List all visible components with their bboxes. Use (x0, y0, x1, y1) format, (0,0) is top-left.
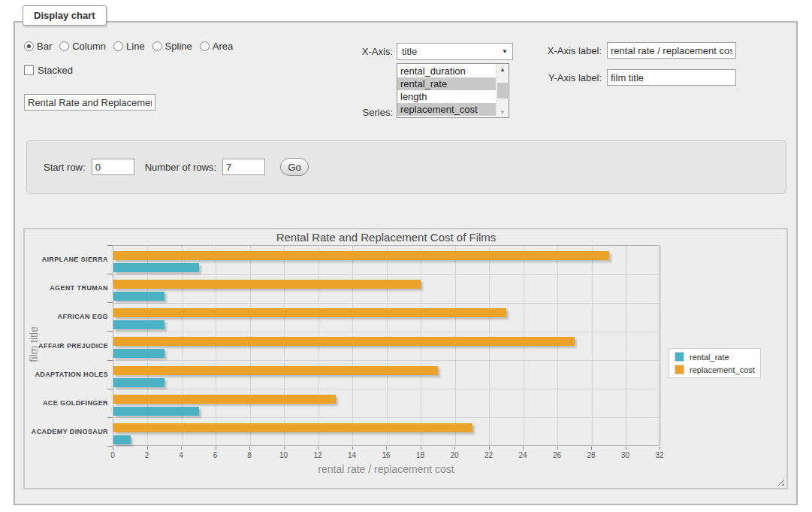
bar-rental_rate (113, 349, 165, 358)
bar-replacement_cost (113, 366, 438, 375)
legend-label: rental_rate (690, 353, 729, 362)
scroll-up-icon[interactable]: ▲ (497, 64, 509, 74)
radio-icon[interactable] (200, 41, 210, 51)
x-axis-caption: X-Axis: (340, 46, 393, 57)
stacked-option[interactable]: Stacked (24, 65, 73, 76)
x-tick-label: 16 (375, 451, 397, 459)
x-tick-mark (454, 447, 455, 450)
chart-type-option-area[interactable]: Area (200, 41, 233, 52)
x-tick-label: 0 (101, 451, 124, 459)
x-tick-label: 6 (204, 451, 227, 459)
number-of-rows-label: Number of rows: (145, 162, 216, 173)
chart-type-option-spline[interactable]: Spline (152, 41, 192, 52)
resize-handle-icon[interactable] (775, 477, 784, 486)
y-axis-label-caption: Y-Axis label: (541, 72, 602, 83)
x-tick-mark (181, 447, 182, 450)
x-tick-mark (352, 447, 353, 450)
x-tick-label: 18 (409, 451, 432, 459)
chart-container: Rental Rate and Replacement Cost of Film… (23, 228, 788, 489)
radio-icon[interactable] (152, 41, 162, 51)
scrollbar-thumb[interactable] (497, 83, 508, 98)
legend: rental_ratereplacement_cost (669, 348, 761, 378)
y-tick-mark (107, 245, 113, 246)
chart-title-input[interactable] (24, 94, 155, 111)
category-label: AIRPLANE SIERRA (25, 255, 108, 264)
go-button[interactable]: Go (280, 158, 309, 176)
x-tick-mark (113, 447, 113, 450)
x-axis-label-input[interactable] (607, 42, 736, 59)
series-option-rental_duration[interactable]: rental_duration (397, 65, 496, 77)
y-tick-mark (107, 446, 113, 447)
x-tick-mark (318, 447, 318, 450)
category-label: AFFAIR PREJUDICE (25, 341, 108, 350)
x-tick-label: 10 (273, 451, 295, 459)
category-label: ACADEMY DINOSAUR (25, 427, 108, 436)
bar-rental_rate (113, 292, 165, 301)
stacked-checkbox[interactable] (24, 65, 34, 75)
y-tick-mark (107, 302, 113, 303)
series-listbox[interactable]: rental_durationrental_ratelengthreplacem… (397, 63, 509, 118)
gridline (660, 246, 661, 445)
series-options: rental_durationrental_ratelengthreplacem… (397, 64, 496, 117)
display-chart-panel: BarColumnLineSplineArea Stacked X-Axis: … (14, 21, 798, 505)
category-label: ADAPTATION HOLES (25, 370, 108, 379)
chart-type-radio-group: BarColumnLineSplineArea (24, 41, 240, 52)
bar-replacement_cost (113, 395, 336, 404)
chart-type-label: Spline (165, 41, 192, 52)
x-axis-select[interactable]: title ▼ (397, 43, 513, 60)
gridline (113, 389, 659, 389)
x-tick-label: 30 (614, 451, 637, 459)
panel-title: Display chart (23, 5, 107, 26)
bar-replacement_cost (113, 423, 472, 432)
radio-icon[interactable] (113, 41, 123, 51)
x-tick-mark (557, 447, 558, 450)
x-tick-mark (216, 447, 216, 450)
legend-label: replacement_cost (690, 365, 755, 374)
series-caption: Series: (340, 107, 393, 118)
gridline (592, 246, 593, 445)
bar-rental_rate (113, 320, 165, 329)
bar-replacement_cost (113, 337, 575, 346)
x-tick-mark (147, 447, 148, 450)
x-tick-label: 20 (443, 451, 466, 459)
series-option-length[interactable]: length (397, 90, 496, 103)
gridline (113, 417, 659, 418)
rows-panel: Start row: Number of rows: Go (26, 140, 786, 194)
chart-x-axis-title: rental rate / replacement cost (113, 463, 660, 475)
start-row-input[interactable] (92, 159, 134, 175)
gridline (113, 274, 659, 275)
listbox-scrollbar[interactable]: ▲ ▼ (496, 64, 509, 117)
bar-rental_rate (113, 407, 199, 416)
number-of-rows-input[interactable] (222, 159, 265, 175)
series-option-rental_rate[interactable]: rental_rate (397, 77, 496, 90)
radio-icon[interactable] (59, 41, 69, 51)
chart-type-label: Column (72, 41, 106, 52)
x-tick-label: 24 (512, 451, 534, 459)
y-axis-label-input[interactable] (607, 69, 736, 86)
radio-icon[interactable] (24, 41, 34, 51)
bar-rental_rate (113, 378, 165, 387)
x-axis-selected-value: title (402, 46, 417, 57)
legend-item: replacement_cost (675, 365, 755, 374)
x-tick-mark (249, 447, 250, 450)
start-row-label: Start row: (44, 162, 86, 173)
x-tick-mark (626, 447, 626, 450)
series-option-replacement_cost[interactable]: replacement_cost (397, 103, 496, 116)
chart-type-option-line[interactable]: Line (113, 41, 145, 52)
x-tick-label: 32 (648, 451, 671, 459)
bar-rental_rate (113, 263, 199, 272)
chart-type-label: Bar (37, 41, 52, 52)
legend-swatch (675, 365, 684, 374)
chart-type-option-column[interactable]: Column (59, 41, 106, 52)
y-tick-mark (107, 389, 113, 389)
x-tick-label: 4 (170, 451, 192, 459)
chart-type-option-bar[interactable]: Bar (24, 41, 52, 52)
x-tick-label: 8 (238, 451, 261, 459)
legend-swatch (675, 352, 684, 362)
gridline (113, 332, 659, 332)
scroll-down-icon[interactable]: ▼ (497, 107, 509, 117)
bar-rental_rate (113, 435, 131, 444)
x-tick-mark (489, 447, 490, 450)
chart-title: Rental Rate and Replacement Cost of Film… (113, 231, 660, 244)
plot-area (113, 245, 660, 446)
